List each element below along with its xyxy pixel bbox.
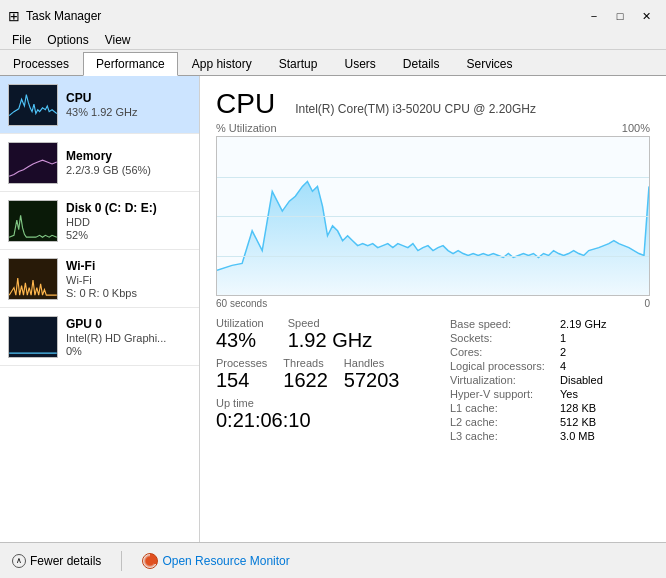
sidebar-item-memory[interactable]: Memory 2.2/3.9 GB (56%) [0, 134, 199, 192]
right-info: Base speed: 2.19 GHz Sockets: 1 Cores: 2… [450, 317, 650, 443]
cpu-title: CPU [216, 88, 275, 120]
cpu-chart [216, 136, 650, 296]
stat-speed: Speed 1.92 GHz [288, 317, 372, 351]
memory-sidebar-info: Memory 2.2/3.9 GB (56%) [66, 149, 191, 176]
disk-sidebar-info: Disk 0 (C: D: E:) HDD 52% [66, 201, 191, 241]
uptime-value: 0:21:06:10 [216, 409, 442, 432]
tab-bar: Processes Performance App history Startu… [0, 50, 666, 76]
gpu-sidebar-detail1: Intel(R) HD Graphi... [66, 332, 191, 344]
sidebar-item-gpu[interactable]: GPU 0 Intel(R) HD Graphi... 0% [0, 308, 199, 366]
info-logical-processors: Logical processors: 4 [450, 359, 650, 373]
stat-handles: Handles 57203 [344, 357, 400, 391]
info-l1cache: L1 cache: 128 KB [450, 401, 650, 415]
tab-users[interactable]: Users [331, 52, 388, 75]
title-bar-controls: − □ ✕ [582, 6, 658, 26]
tab-startup[interactable]: Startup [266, 52, 331, 75]
cpu-thumbnail [8, 84, 58, 126]
utilization-label: Utilization [216, 317, 264, 329]
sidebar: CPU 43% 1.92 GHz Memory 2.2/3.9 GB (56%) [0, 76, 200, 542]
menu-file[interactable]: File [4, 31, 39, 49]
info-sockets: Sockets: 1 [450, 331, 650, 345]
main-content: CPU 43% 1.92 GHz Memory 2.2/3.9 GB (56%) [0, 76, 666, 542]
detail-panel: CPU Intel(R) Core(TM) i3-5020U CPU @ 2.2… [200, 76, 666, 542]
memory-sidebar-detail: 2.2/3.9 GB (56%) [66, 164, 191, 176]
svg-marker-0 [217, 181, 649, 295]
chart-label-right: 100% [622, 122, 650, 134]
info-cores: Cores: 2 [450, 345, 650, 359]
info-base-speed: Base speed: 2.19 GHz [450, 317, 650, 331]
left-stats: Utilization 43% Speed 1.92 GHz Processes… [216, 317, 442, 443]
footer-divider [121, 551, 122, 571]
resource-monitor-icon [142, 553, 158, 569]
minimize-button[interactable]: − [582, 6, 606, 26]
processes-value: 154 [216, 369, 267, 391]
disk-sidebar-detail1: HDD [66, 216, 191, 228]
stats-bottom-section: Utilization 43% Speed 1.92 GHz Processes… [216, 317, 650, 443]
app-title: Task Manager [26, 9, 101, 23]
gpu-sidebar-info: GPU 0 Intel(R) HD Graphi... 0% [66, 317, 191, 357]
cpu-model: Intel(R) Core(TM) i3-5020U CPU @ 2.20GHz [295, 102, 536, 116]
stat-processes: Processes 154 [216, 357, 267, 391]
open-resource-monitor-button[interactable]: Open Resource Monitor [142, 553, 289, 569]
wifi-sidebar-info: Wi-Fi Wi-Fi S: 0 R: 0 Kbps [66, 259, 191, 299]
menu-options[interactable]: Options [39, 31, 96, 49]
footer: ∧ Fewer details Open Resource Monitor [0, 542, 666, 578]
chart-label-left: % Utilization [216, 122, 277, 134]
app-icon: ⊞ [8, 8, 20, 24]
threads-label: Threads [283, 357, 328, 369]
tab-processes[interactable]: Processes [0, 52, 82, 75]
cpu-sidebar-name: CPU [66, 91, 191, 105]
handles-label: Handles [344, 357, 400, 369]
chart-label-row: % Utilization 100% [216, 122, 650, 134]
wifi-sidebar-name: Wi-Fi [66, 259, 191, 273]
stat-threads: Threads 1622 [283, 357, 328, 391]
memory-sidebar-name: Memory [66, 149, 191, 163]
cpu-sidebar-detail: 43% 1.92 GHz [66, 106, 191, 118]
grid-line-50 [217, 216, 649, 217]
fewer-details-label: Fewer details [30, 554, 101, 568]
gpu-thumbnail [8, 316, 58, 358]
menu-view[interactable]: View [97, 31, 139, 49]
title-bar-left: ⊞ Task Manager [8, 8, 101, 24]
wifi-thumbnail [8, 258, 58, 300]
tab-app-history[interactable]: App history [179, 52, 265, 75]
processes-label: Processes [216, 357, 267, 369]
cpu-sidebar-info: CPU 43% 1.92 GHz [66, 91, 191, 118]
disk-sidebar-detail2: 52% [66, 229, 191, 241]
memory-thumbnail [8, 142, 58, 184]
chart-time-left: 60 seconds [216, 298, 267, 309]
sidebar-item-cpu[interactable]: CPU 43% 1.92 GHz [0, 76, 199, 134]
disk-sidebar-name: Disk 0 (C: D: E:) [66, 201, 191, 215]
sidebar-item-disk[interactable]: Disk 0 (C: D: E:) HDD 52% [0, 192, 199, 250]
utilization-value: 43% [216, 329, 264, 351]
info-l3cache: L3 cache: 3.0 MB [450, 429, 650, 443]
grid-line-25 [217, 256, 649, 257]
stat-utilization: Utilization 43% [216, 317, 264, 351]
info-hyperv: Hyper-V support: Yes [450, 387, 650, 401]
speed-label: Speed [288, 317, 372, 329]
gpu-sidebar-name: GPU 0 [66, 317, 191, 331]
info-virtualization: Virtualization: Disabled [450, 373, 650, 387]
gpu-sidebar-detail2: 0% [66, 345, 191, 357]
sidebar-item-wifi[interactable]: Wi-Fi Wi-Fi S: 0 R: 0 Kbps [0, 250, 199, 308]
chart-time-right: 0 [644, 298, 650, 309]
disk-thumbnail [8, 200, 58, 242]
threads-value: 1622 [283, 369, 328, 391]
handles-value: 57203 [344, 369, 400, 391]
wifi-sidebar-detail2: S: 0 R: 0 Kbps [66, 287, 191, 299]
cpu-header: CPU Intel(R) Core(TM) i3-5020U CPU @ 2.2… [216, 88, 650, 120]
chart-time-labels: 60 seconds 0 [216, 298, 650, 309]
tab-details[interactable]: Details [390, 52, 453, 75]
maximize-button[interactable]: □ [608, 6, 632, 26]
close-button[interactable]: ✕ [634, 6, 658, 26]
title-bar: ⊞ Task Manager − □ ✕ [0, 0, 666, 30]
tab-performance[interactable]: Performance [83, 52, 178, 76]
speed-value: 1.92 GHz [288, 329, 372, 351]
info-l2cache: L2 cache: 512 KB [450, 415, 650, 429]
stat-uptime: Up time 0:21:06:10 [216, 397, 442, 432]
wifi-sidebar-detail1: Wi-Fi [66, 274, 191, 286]
fewer-details-button[interactable]: ∧ Fewer details [12, 554, 101, 568]
grid-line-75 [217, 177, 649, 178]
tab-services[interactable]: Services [454, 52, 526, 75]
open-resource-monitor-label: Open Resource Monitor [162, 554, 289, 568]
